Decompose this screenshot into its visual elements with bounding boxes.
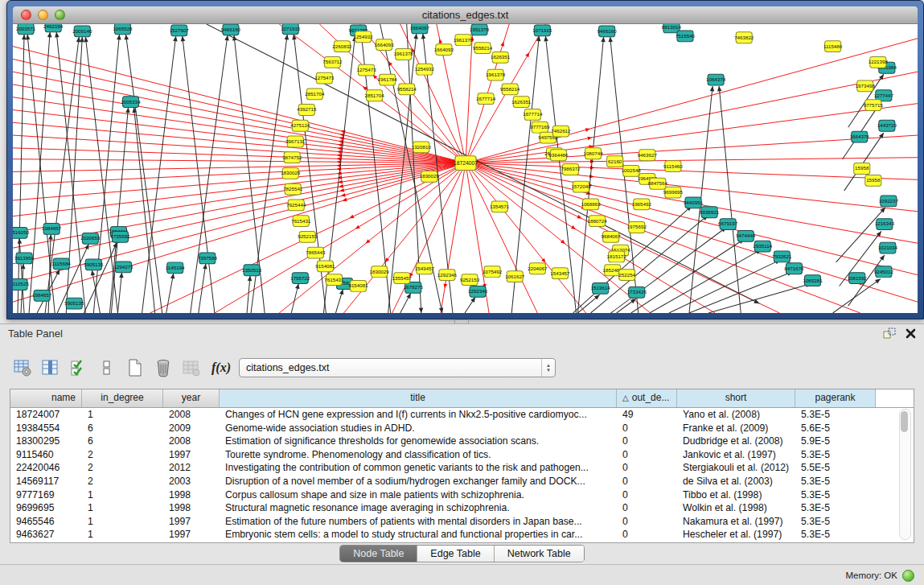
table-row[interactable]: 969969511998Structural magnetic resonanc… <box>10 501 914 515</box>
close-window-button[interactable] <box>21 10 31 20</box>
cell-name: 9699695 <box>10 501 82 515</box>
window-titlebar[interactable]: citations_edges.txt <box>13 6 918 24</box>
table-row[interactable]: 1938455462009Genome-wide association stu… <box>10 422 914 435</box>
cell-name: 18300295 <box>10 435 82 448</box>
network-canvas[interactable]: 2003571246219420091401065528152790794661… <box>13 24 918 313</box>
apply-column-icon[interactable] <box>39 357 62 378</box>
node-label: 2851704 <box>305 91 325 97</box>
node-label: 15958 <box>866 177 881 183</box>
tab-node-table[interactable]: Node Table <box>340 546 417 562</box>
node-label: 1021034 <box>878 245 898 250</box>
node-label: 1292346 <box>468 288 488 294</box>
node-label: 1075492 <box>483 269 503 274</box>
node-label: 1735992 <box>110 233 130 239</box>
function-builder-icon[interactable]: f(x) <box>211 360 231 375</box>
float-panel-icon[interactable] <box>883 328 896 339</box>
clear-selection-icon[interactable] <box>96 357 118 378</box>
node-label: 1292346 <box>437 272 458 278</box>
cell-short: Jankovic et al. (1997) <box>677 448 795 462</box>
node-label: 1733426 <box>627 289 647 295</box>
table-row[interactable]: 977716911998Corpus callosum shape and si… <box>10 488 914 502</box>
table-row[interactable]: 1830029562008Estimation of significance … <box>10 435 914 448</box>
cell-year: 2009 <box>163 422 220 435</box>
column-header-year[interactable]: year <box>163 389 220 407</box>
column-header-name[interactable]: name <box>10 389 82 407</box>
node-label: 1664097 <box>410 25 430 31</box>
node-label: 1071915 <box>281 26 301 31</box>
node-label: 1275473 <box>314 75 335 80</box>
scrollbar-thumb[interactable] <box>901 411 908 432</box>
node-label: 1961378 <box>394 51 414 57</box>
new-table-icon[interactable] <box>124 357 146 378</box>
tab-edge-table[interactable]: Edge Table <box>417 546 494 562</box>
table-row[interactable]: 1872400712008Changes of HCN gene express… <box>10 408 914 422</box>
node-label: 1830029 <box>370 269 390 274</box>
table-settings-icon[interactable] <box>11 357 34 378</box>
dropdown-stepper-icon: ▲▼ <box>541 359 555 377</box>
table-row[interactable]: 911546021997Tourette syndrome. Phenomeno… <box>10 448 914 462</box>
node-label: 1664093 <box>434 47 454 52</box>
node-label: 1973498 <box>856 83 876 89</box>
minimize-window-button[interactable] <box>38 10 48 20</box>
cell-name: 19384554 <box>10 422 82 435</box>
node-label: 9558214 <box>473 45 493 51</box>
node-label: 1664378 <box>850 134 870 139</box>
table-row[interactable]: 2242004622012Investigating the contribut… <box>10 461 914 475</box>
cell-out_degree: 0 <box>617 515 677 529</box>
node-table: namein_degreeyeartitle△out_de...shortpag… <box>10 389 914 543</box>
cell-title: Structural magnetic resonance image aver… <box>220 501 617 515</box>
node-label: 9699695 <box>663 189 684 195</box>
table-select-dropdown[interactable]: citations_edges.txt ▲▼ <box>239 358 556 377</box>
node-label: 1965492 <box>632 201 652 207</box>
node-label: 2009140 <box>72 28 92 34</box>
cell-title: Corpus callosum shape and size in male p… <box>220 488 617 502</box>
zoom-window-button[interactable] <box>55 10 65 20</box>
column-header-out_degree[interactable]: △out_de... <box>617 389 677 407</box>
cell-pagerank: 5.3E-5 <box>795 515 876 529</box>
node-label: 1061627 <box>505 274 525 279</box>
node-label: 1677714 <box>476 96 496 101</box>
cell-title: Changes of HCN gene expression and I(f) … <box>220 408 617 422</box>
node-label: 4392715 <box>297 107 317 113</box>
node-label: 1064378 <box>706 76 726 82</box>
cell-short: Dudbridge et al. (2008) <box>677 435 795 448</box>
node-label: 9154081 <box>348 282 368 288</box>
delete-table-icon[interactable] <box>152 357 175 378</box>
cell-short: Franke et al. (2009) <box>677 422 795 435</box>
node-label: 7615431 <box>324 277 344 282</box>
column-header-title[interactable]: title <box>220 389 617 407</box>
panel-title: Table Panel <box>8 328 63 340</box>
import-table-icon[interactable] <box>180 357 203 378</box>
close-panel-icon[interactable] <box>906 328 916 339</box>
node-label: 2110525 <box>13 282 29 287</box>
node-label: 9558214 <box>500 86 520 92</box>
node-label: 2462194 <box>43 24 64 29</box>
column-header-pagerank[interactable]: pagerank <box>795 389 876 407</box>
network-view[interactable]: 2003571246219420091401065528152790794661… <box>13 24 918 313</box>
node-label: 9463627 <box>638 152 658 158</box>
node-label: 1115480 <box>823 43 843 49</box>
cell-title: Disruption of a novel member of a sodium… <box>220 475 617 488</box>
node-label: 1002548 <box>622 167 642 173</box>
node-label: 1254932 <box>415 66 435 72</box>
cell-name: 9777169 <box>10 488 82 502</box>
table-row[interactable]: 1456911722003Disruption of a novel membe… <box>10 475 914 488</box>
cell-short: Tibbo et al. (1998) <box>677 488 795 502</box>
node-label: 1961378 <box>454 37 474 43</box>
cell-out_degree: 0 <box>617 435 677 448</box>
node-label: 1065281 <box>803 278 823 283</box>
select-all-icon[interactable] <box>68 357 90 378</box>
table-row[interactable]: 946362711997Embryonic stem cells: a mode… <box>10 528 914 542</box>
vertical-scrollbar[interactable] <box>899 409 911 540</box>
cell-in_degree: 1 <box>82 501 163 515</box>
node-label: 9777169 <box>530 124 550 130</box>
tab-network-table[interactable]: Network Table <box>495 546 584 562</box>
cell-pagerank: 5.3E-5 <box>795 475 876 488</box>
node-label: 2516050 <box>13 229 30 235</box>
cell-in_degree: 2 <box>82 448 163 462</box>
column-header-short[interactable]: short <box>677 389 795 407</box>
node-label: 1350513 <box>242 267 262 273</box>
table-row[interactable]: 946554611997Estimation of the future num… <box>10 515 914 529</box>
column-header-in_degree[interactable]: in_degree <box>82 389 163 407</box>
node-label: 1961784 <box>378 76 398 82</box>
